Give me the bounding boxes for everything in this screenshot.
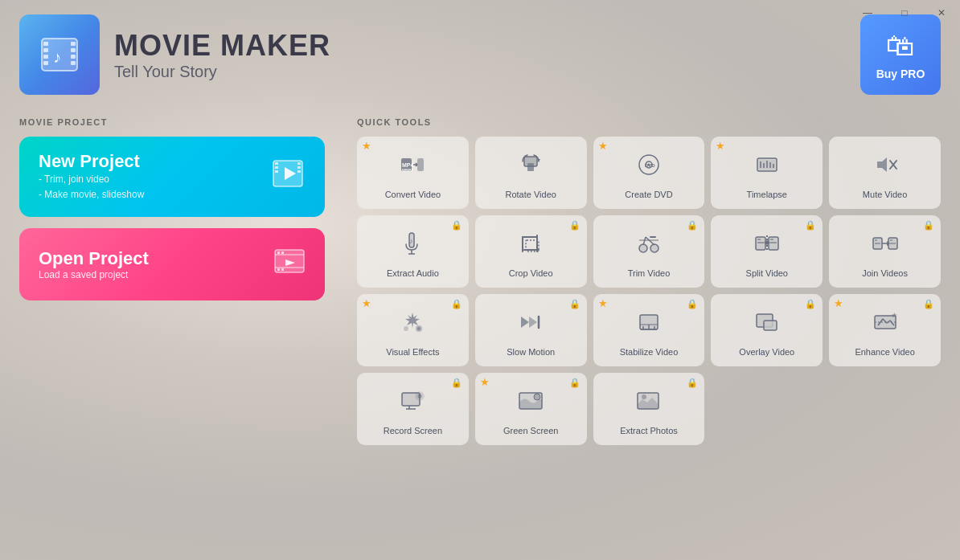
svg-text:♪: ♪ [409, 237, 413, 245]
tool-icon-timelapse [753, 150, 782, 185]
svg-rect-24 [281, 251, 284, 254]
tool-label-mute-video: Mute Video [863, 190, 907, 199]
lock-badge: 🔒 [451, 378, 462, 388]
svg-rect-74 [875, 239, 877, 241]
tool-label-enhance-video: Enhance Video [855, 347, 914, 357]
tool-card-join-videos[interactable]: 🔒 Join Videos [829, 215, 941, 288]
tool-card-overlay-video[interactable]: 🔒 Overlay Video [711, 294, 823, 366]
app-tagline: Tell Your Story [114, 63, 330, 81]
lock-badge: 🔒 [451, 220, 462, 231]
lock-badge: 🔒 [805, 299, 816, 309]
tool-label-trim-video: Trim Video [628, 268, 671, 278]
tool-label-split-video: Split Video [746, 268, 788, 278]
right-panel: QUICK TOOLS ★ MP4 WMV Convert Video Rota… [357, 117, 941, 445]
tool-card-stabilize-video[interactable]: ★🔒 Stabilize Video [593, 294, 705, 366]
minimize-button[interactable]: — [849, 0, 886, 26]
tool-icon-extract-audio: ♪ [398, 229, 427, 264]
tool-label-record-screen: Record Screen [384, 426, 442, 435]
svg-line-61 [646, 237, 654, 245]
maximize-button[interactable]: □ [886, 0, 923, 26]
tool-label-extract-photos: Extract Photos [620, 426, 678, 435]
svg-rect-25 [277, 268, 280, 271]
star-badge: ★ [598, 140, 608, 152]
app-logo: ♪ [19, 14, 100, 95]
svg-rect-26 [281, 268, 284, 271]
open-project-title: Open Project [39, 248, 149, 269]
tool-label-green-screen: Green Screen [503, 426, 558, 435]
star-badge: ★ [362, 140, 371, 152]
tool-card-trim-video[interactable]: 🔒 Trim Video [593, 215, 705, 288]
svg-text:MP4: MP4 [402, 162, 414, 168]
tool-icon-extract-photos [634, 386, 663, 421]
star-badge: ★ [834, 297, 843, 309]
star-badge: ★ [480, 376, 490, 388]
svg-point-82 [404, 326, 408, 331]
open-project-subtitle: Load a saved project [39, 269, 149, 280]
app-name: MOVIE MAKER [114, 29, 330, 63]
new-project-title: New Project [39, 151, 144, 172]
lock-badge: 🔒 [569, 220, 581, 231]
svg-rect-67 [770, 239, 773, 240]
tool-card-record-screen[interactable]: 🔒 Record Screen [357, 373, 469, 445]
tool-card-rotate-video[interactable]: Rotate Video [475, 137, 587, 209]
quick-tools-label: QUICK TOOLS [357, 117, 941, 127]
store-icon: 🛍 [886, 29, 915, 63]
open-project-icon [273, 245, 306, 284]
svg-rect-9 [71, 61, 76, 65]
tool-icon-visual-effects [398, 308, 427, 342]
lock-badge: 🔒 [923, 220, 934, 231]
new-project-line2: - Make movie, slideshow [39, 187, 144, 202]
svg-rect-23 [277, 251, 280, 254]
tool-label-convert-video: Convert Video [385, 190, 441, 199]
svg-rect-65 [757, 239, 761, 240]
lock-badge: 🔒 [805, 220, 816, 231]
svg-marker-84 [529, 317, 537, 328]
tool-card-mute-video[interactable]: Mute Video [829, 137, 941, 209]
new-project-text: New Project - Trim, join video - Make mo… [39, 151, 144, 202]
close-button[interactable]: ✕ [923, 0, 960, 26]
lock-badge: 🔒 [451, 299, 462, 309]
svg-text:♪: ♪ [53, 48, 61, 66]
header-left: ♪ MOVIE MAKER Tell Your Story [19, 14, 330, 95]
svg-rect-18 [297, 170, 301, 173]
buy-pro-button[interactable]: 🛍 Buy PRO [860, 14, 941, 95]
tool-label-create-dvd: Create DVD [625, 190, 672, 199]
tool-label-slow-motion: Slow Motion [507, 347, 555, 357]
tool-card-split-video[interactable]: 🔒 Split Video [711, 215, 823, 288]
svg-text:DVD: DVD [645, 163, 655, 168]
star-badge: ★ [716, 140, 725, 152]
buy-pro-label: Buy PRO [876, 67, 925, 80]
tool-card-enhance-video[interactable]: ★🔒 Enhance Video [829, 294, 941, 366]
new-project-line1: - Trim, join video [39, 172, 144, 187]
open-project-button[interactable]: Open Project Load a saved project [19, 228, 325, 300]
svg-rect-68 [770, 242, 777, 243]
tool-icon-trim-video [634, 229, 663, 264]
svg-point-99 [418, 394, 422, 398]
tool-label-overlay-video: Overlay Video [739, 347, 794, 357]
tool-card-extract-audio[interactable]: 🔒 ♪ Extract Audio [357, 215, 469, 288]
new-project-button[interactable]: New Project - Trim, join video - Make mo… [19, 137, 325, 217]
tool-card-slow-motion[interactable]: 🔒 Slow Motion [475, 294, 587, 366]
svg-rect-75 [875, 243, 880, 244]
svg-rect-31 [417, 158, 424, 171]
tool-label-join-videos: Join Videos [862, 268, 908, 278]
tool-card-timelapse[interactable]: ★ Timelapse [711, 137, 823, 209]
tool-card-crop-video[interactable]: 🔒 Crop Video [475, 215, 587, 288]
svg-point-59 [650, 244, 658, 252]
svg-rect-7 [71, 48, 76, 52]
tool-icon-overlay-video [753, 308, 782, 342]
svg-rect-3 [43, 48, 48, 52]
svg-rect-8 [71, 55, 76, 59]
movie-project-label: MOVIE PROJECT [19, 117, 325, 127]
tool-card-visual-effects[interactable]: ★🔒 Visual Effects [357, 294, 469, 366]
svg-point-101 [534, 394, 540, 400]
tool-card-create-dvd[interactable]: ★ DVD Create DVD [593, 137, 705, 209]
tool-icon-rotate-video [516, 150, 545, 185]
header: ♪ MOVIE MAKER Tell Your Story 🛍 Buy PRO [0, 0, 960, 109]
tool-label-visual-effects: Visual Effects [386, 347, 439, 357]
tool-icon-crop-video [516, 229, 545, 264]
tool-card-green-screen[interactable]: ★🔒 Green Screen [475, 373, 587, 445]
svg-rect-15 [275, 170, 278, 173]
tool-card-convert-video[interactable]: ★ MP4 WMV Convert Video [357, 137, 469, 209]
tool-card-extract-photos[interactable]: 🔒 Extract Photos [593, 373, 705, 445]
